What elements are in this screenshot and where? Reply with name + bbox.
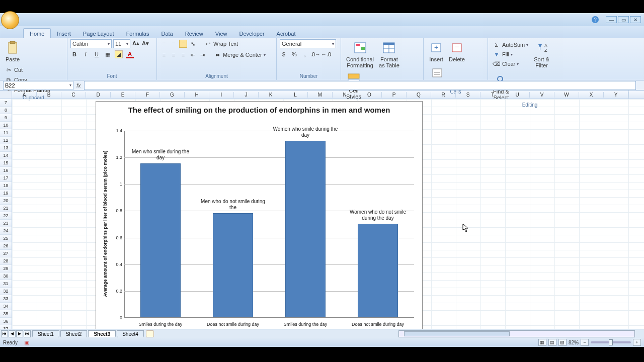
column-header-F[interactable]: F (135, 92, 160, 98)
align-center-icon[interactable]: ≡ (170, 51, 178, 59)
column-header-L[interactable]: L (283, 92, 308, 98)
font-color-icon[interactable]: A (126, 50, 134, 58)
cut-button[interactable]: ✂Cut (3, 65, 52, 74)
ribbon-tab-insert[interactable]: Insert (51, 29, 77, 38)
horizontal-scrollbar[interactable] (398, 330, 635, 337)
fx-icon[interactable]: fx (76, 82, 81, 88)
fill-button[interactable]: ▼Fill▾ (491, 50, 530, 59)
row-header-14[interactable]: 14 (0, 152, 12, 159)
percent-icon[interactable]: % (290, 50, 298, 58)
shrink-font-icon[interactable]: A▾ (141, 39, 149, 47)
office-button[interactable] (1, 11, 19, 29)
row-header-28[interactable]: 28 (0, 257, 12, 265)
row-header-23[interactable]: 23 (0, 220, 12, 227)
clear-button[interactable]: ⌫Clear▾ (491, 59, 530, 68)
comma-icon[interactable]: , (301, 50, 309, 58)
select-all-cell[interactable] (0, 90, 12, 99)
orientation-icon[interactable]: ⤡ (189, 40, 197, 48)
row-header-19[interactable]: 19 (0, 190, 12, 197)
column-header-A[interactable]: A (12, 92, 37, 98)
zoom-slider[interactable] (591, 341, 631, 343)
column-header-B[interactable]: B (37, 92, 61, 98)
align-right-icon[interactable]: ≡ (179, 51, 187, 59)
row-header-22[interactable]: 22 (0, 212, 12, 220)
column-header-N[interactable]: N (333, 92, 357, 98)
ribbon-tab-review[interactable]: Review (179, 29, 209, 38)
grow-font-icon[interactable]: A▴ (132, 39, 140, 47)
column-header-R[interactable]: R (431, 92, 456, 98)
new-sheet-button[interactable] (146, 330, 154, 337)
row-header-16[interactable]: 16 (0, 167, 12, 174)
column-header-C[interactable]: C (61, 92, 86, 98)
column-header-W[interactable]: W (554, 92, 579, 98)
macro-record-icon[interactable]: ▣ (23, 338, 31, 346)
close-button[interactable]: ✕ (630, 16, 641, 23)
row-header-24[interactable]: 24 (0, 227, 12, 235)
row-header-13[interactable]: 13 (0, 144, 12, 152)
fill-color-icon[interactable]: ◢ (115, 50, 123, 58)
column-header-J[interactable]: J (234, 92, 259, 98)
row-header-7[interactable]: 7 (0, 99, 12, 107)
column-header-P[interactable]: P (382, 92, 407, 98)
ribbon-tab-data[interactable]: Data (155, 29, 179, 38)
font-name-select[interactable]: Calibri▾ (70, 39, 112, 48)
column-header-S[interactable]: S (456, 92, 480, 98)
column-header-Q[interactable]: Q (407, 92, 431, 98)
row-header-17[interactable]: 17 (0, 174, 12, 182)
align-top-icon[interactable]: ≡ (160, 40, 168, 48)
format-as-table-button[interactable]: Format as Table (377, 39, 401, 69)
underline-button[interactable]: U (93, 50, 101, 58)
name-box[interactable]: B22▾ (3, 81, 73, 90)
insert-cells-button[interactable]: +Insert (427, 39, 446, 63)
row-header-15[interactable]: 15 (0, 159, 12, 167)
align-left-icon[interactable]: ≡ (160, 51, 168, 59)
paste-button[interactable]: Paste (3, 39, 22, 63)
font-size-select[interactable]: 11▾ (113, 39, 130, 48)
ribbon-tab-home[interactable]: Home (23, 28, 51, 38)
sheet-tab-sheet2[interactable]: Sheet2 (60, 330, 88, 337)
row-header-9[interactable]: 9 (0, 114, 12, 122)
wrap-text-button[interactable]: ↩Wrap Text (202, 39, 239, 48)
formula-bar[interactable] (84, 81, 636, 90)
ribbon-tab-view[interactable]: View (209, 29, 233, 38)
row-header-21[interactable]: 21 (0, 205, 12, 212)
indent-dec-icon[interactable]: ⇤ (189, 51, 197, 59)
restore-button[interactable]: ▭ (618, 16, 629, 23)
column-header-X[interactable]: X (579, 92, 604, 98)
row-header-33[interactable]: 33 (0, 295, 12, 303)
delete-cells-button[interactable]: −Delete (447, 39, 467, 63)
bold-button[interactable]: B (70, 50, 78, 58)
row-header-31[interactable]: 31 (0, 280, 12, 288)
sheet-tab-sheet3[interactable]: Sheet3 (88, 330, 116, 337)
column-header-E[interactable]: E (111, 92, 135, 98)
zoom-out-button[interactable]: − (581, 339, 589, 346)
row-header-26[interactable]: 26 (0, 242, 12, 250)
minimize-button[interactable]: ― (606, 16, 617, 23)
row-header-34[interactable]: 34 (0, 303, 12, 310)
column-header-T[interactable]: T (480, 92, 505, 98)
row-header-30[interactable]: 30 (0, 273, 12, 280)
row-header-32[interactable]: 32 (0, 288, 12, 295)
column-header-Y[interactable]: Y (604, 92, 628, 98)
sheet-nav-next[interactable]: ▶ (16, 330, 23, 337)
row-header-18[interactable]: 18 (0, 182, 12, 190)
column-header-K[interactable]: K (259, 92, 283, 98)
ribbon-tab-formulas[interactable]: Formulas (120, 29, 155, 38)
view-normal-icon[interactable]: ▦ (538, 339, 546, 346)
zoom-in-button[interactable]: + (633, 339, 641, 346)
ribbon-tab-page-layout[interactable]: Page Layout (77, 29, 120, 38)
row-header-35[interactable]: 35 (0, 310, 12, 318)
align-bottom-icon[interactable]: ≡ (179, 40, 187, 48)
column-header-I[interactable]: I (209, 92, 234, 98)
row-header-12[interactable]: 12 (0, 137, 12, 144)
ribbon-tab-developer[interactable]: Developer (233, 29, 270, 38)
sheet-tab-sheet1[interactable]: Sheet1 (32, 330, 59, 337)
row-header-11[interactable]: 11 (0, 129, 12, 137)
merge-center-button[interactable]: ⬌Merge & Center▾ (212, 50, 267, 59)
indent-inc-icon[interactable]: ⇥ (198, 51, 206, 59)
column-header-D[interactable]: D (86, 92, 111, 98)
ribbon-tab-acrobat[interactable]: Acrobat (271, 29, 302, 38)
column-header-O[interactable]: O (357, 92, 382, 98)
align-middle-icon[interactable]: ≡ (170, 40, 178, 48)
autosum-button[interactable]: ΣAutoSum▾ (491, 40, 530, 49)
